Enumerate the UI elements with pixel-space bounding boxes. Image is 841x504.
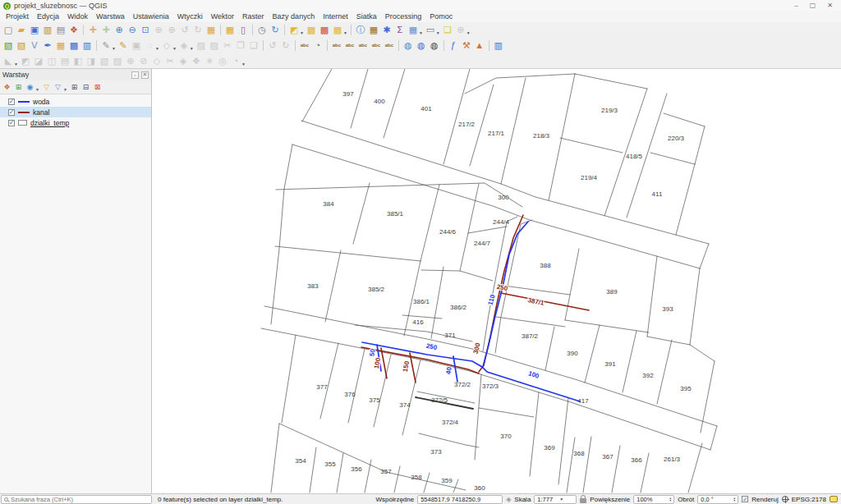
help-contents-button[interactable]: ▥ [492, 39, 505, 52]
measure-button[interactable]: ▭ [424, 24, 437, 36]
maximize-button[interactable]: ▢ [810, 2, 816, 10]
plugin-tool-button[interactable]: ▲ [473, 39, 486, 52]
layer-visibility-checkbox[interactable]: ✓ [8, 99, 15, 105]
minimize-button[interactable]: – [794, 2, 797, 10]
zoom-full-button[interactable]: ⊡ [139, 24, 152, 36]
menu-edycja[interactable]: Edycja [33, 11, 63, 22]
extent-toggle-icon[interactable]: ◈ [506, 496, 511, 503]
scale-combobox[interactable]: 1:777▼ [534, 495, 577, 504]
menu-bazy-danych[interactable]: Bazy danych [269, 11, 319, 22]
new-gpx-layer-button[interactable]: ▩ [67, 39, 80, 52]
render-checkbox[interactable]: ✓ [742, 496, 748, 502]
crs-status[interactable]: EPSG:2178 [792, 496, 826, 503]
change-label-button[interactable]: abc [383, 39, 396, 52]
chevron-down-icon[interactable]: ▼ [35, 87, 39, 92]
layer-visibility-checkbox[interactable]: ✓ [8, 120, 15, 126]
messages-icon[interactable] [830, 496, 838, 502]
toggle-editing-button[interactable]: ✎ [117, 39, 130, 52]
pan-map-button[interactable]: ✚ [86, 24, 99, 36]
pan-to-selection-button[interactable]: ✚ [99, 24, 113, 36]
geo-search-button[interactable]: ◍ [415, 39, 428, 52]
deselect-all-button[interactable]: ▩ [318, 24, 331, 36]
refresh-map-button[interactable]: ↻ [269, 24, 282, 36]
menu-warstwa[interactable]: Warstwa [92, 11, 129, 22]
new-print-layout-button[interactable]: ▥ [41, 24, 54, 36]
new-geopackage-layer-button[interactable]: ▧ [15, 39, 28, 52]
save-project-button[interactable]: ▣ [28, 24, 41, 36]
rotate-label-button[interactable]: abc [370, 39, 383, 52]
close-button[interactable]: ✕ [827, 2, 833, 10]
current-edits-button[interactable]: ✎ [99, 39, 113, 52]
layer-labeling-options-button[interactable]: abc [298, 39, 311, 52]
new-spatialite-layer-button[interactable]: ✒ [41, 39, 54, 52]
attribute-table-button[interactable]: ▦ [407, 24, 420, 36]
style-manager-button[interactable]: ❖ [67, 24, 80, 36]
panel-close-button[interactable]: ✕ [141, 71, 149, 79]
filter-legend-button[interactable]: ▽ [41, 82, 52, 93]
menu-raster[interactable]: Raster [238, 11, 269, 22]
data-source-manager-button[interactable]: ▧ [2, 39, 15, 52]
menu-widok[interactable]: Widok [63, 11, 92, 22]
new-mesh-layer-button[interactable]: ▦ [54, 39, 67, 52]
chevron-down-icon[interactable]: ▼ [63, 87, 67, 92]
processing-toolbox-button[interactable]: ✱ [380, 24, 393, 36]
map-tips-button[interactable]: ❏ [441, 24, 454, 36]
open-layer-styling-button[interactable]: ❖ [2, 82, 12, 93]
remove-layer-button[interactable]: ⊠ [92, 82, 103, 93]
layer-item-dzialki_temp[interactable]: ✓dzialki_temp [0, 117, 151, 128]
layout-manager-button[interactable]: ▤ [54, 24, 67, 36]
search-input[interactable] [11, 496, 149, 503]
open-project-button[interactable]: ▰ [15, 24, 28, 36]
new-virtual-layer-button[interactable]: ▥ [80, 39, 94, 52]
new-shapefile-layer-button[interactable]: V [28, 39, 41, 52]
zoom-out-button[interactable]: ⊖ [126, 24, 139, 36]
menu-ustawienia[interactable]: Ustawienia [129, 11, 173, 22]
manage-map-themes-button[interactable]: ◉ [25, 82, 35, 93]
menu-wektor[interactable]: Wektor [207, 11, 238, 22]
new-map-view-button[interactable]: ▦ [205, 24, 218, 36]
zoom-in-button[interactable]: ⊕ [113, 24, 126, 36]
move-label-button[interactable]: abc [356, 39, 370, 52]
layer-diagram-options-button[interactable]: ◔ [311, 39, 324, 52]
coordinates-value[interactable]: 5548517,9 7418250,9 [417, 495, 503, 504]
new-3d-map-view-button[interactable]: ▦ [223, 24, 237, 36]
osgeo4w-tools-button[interactable]: ⚒ [460, 39, 473, 52]
rotation-spinbox[interactable]: 0,0 °▴▾ [697, 495, 738, 504]
map-canvas[interactable]: 100150250300387/125050401001103974004012… [152, 69, 841, 493]
select-by-value-button[interactable]: ▩ [331, 24, 344, 36]
select-features-button[interactable]: ◩ [287, 24, 301, 36]
temporal-controller-button[interactable]: ◷ [255, 24, 269, 36]
menu-processing[interactable]: Processing [381, 11, 426, 22]
filter-legend-by-expression-button[interactable]: ▽ [53, 82, 63, 93]
bookmarks-button[interactable]: ▯ [237, 24, 250, 36]
menu-projekt[interactable]: Projekt [2, 11, 33, 22]
layer-item-woda[interactable]: ✓woda [0, 96, 151, 107]
select-by-expression-button[interactable]: ▩ [305, 24, 318, 36]
expand-all-button[interactable]: ⊞ [69, 82, 80, 93]
menu-internet[interactable]: Internet [319, 11, 352, 22]
osm-place-search-button[interactable]: ◍ [428, 39, 441, 52]
spinner-arrows-icon[interactable]: ▴▾ [669, 497, 671, 502]
spinner-arrows-icon[interactable]: ▴▾ [733, 497, 735, 502]
layer-visibility-checkbox[interactable]: ✓ [8, 109, 15, 116]
layer-item-kanal[interactable]: ✓kanal [0, 107, 151, 117]
parcel-boundary [479, 408, 534, 417]
new-project-button[interactable]: ▢ [2, 24, 15, 36]
metasearch-button[interactable]: ◍ [402, 39, 415, 52]
menu-pomoc[interactable]: Pomoc [425, 11, 457, 22]
python-console-button[interactable]: ƒ [447, 39, 460, 52]
menu-wtyczki[interactable]: Wtyczki [173, 11, 207, 22]
locator-search-box[interactable] [1, 495, 152, 504]
highlight-pinned-labels-button[interactable]: abc [343, 39, 356, 52]
statistics-panel-button[interactable]: Σ [393, 24, 407, 36]
menu-siatka[interactable]: Siatka [352, 11, 381, 22]
parcel-boundary [575, 74, 647, 89]
panel-undock-button[interactable]: ▫ [131, 71, 139, 79]
add-group-button[interactable]: ⊞ [13, 82, 24, 93]
identify-features-button[interactable]: ⓘ [354, 24, 367, 36]
pin-labels-button[interactable]: abc [330, 39, 343, 52]
lock-scale-icon[interactable] [580, 498, 586, 503]
magnifier-spinbox[interactable]: 100%▴▾ [633, 495, 674, 504]
field-calculator-button[interactable]: ▦ [367, 24, 380, 36]
collapse-all-button[interactable]: ⊟ [80, 82, 91, 93]
